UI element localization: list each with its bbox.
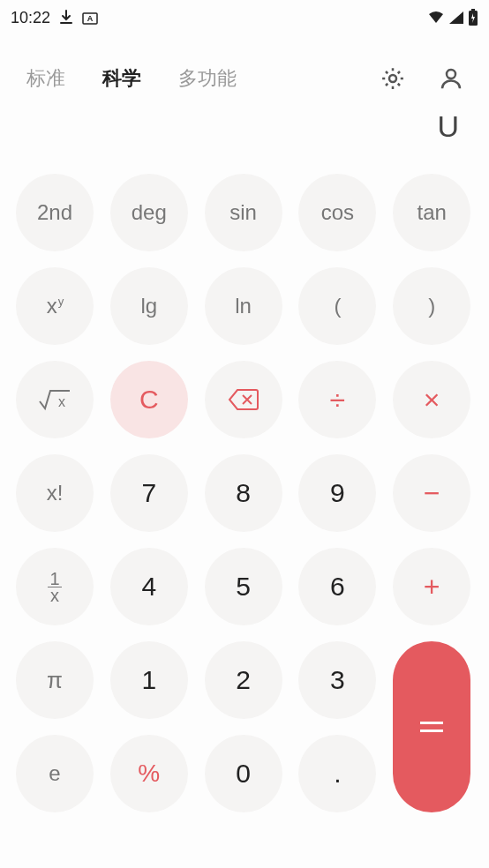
key-cos[interactable]: cos <box>298 174 376 251</box>
mode-tabs: 标准 科学 多功能 <box>26 65 380 92</box>
status-time: 10:22 <box>11 9 50 27</box>
calc-display: U <box>0 109 489 158</box>
svg-point-4 <box>389 75 396 82</box>
keyboard-icon: A <box>82 11 98 25</box>
key-2nd[interactable]: 2nd <box>16 174 94 251</box>
key-lg[interactable]: lg <box>110 267 188 345</box>
key-1[interactable]: 1 <box>110 641 188 719</box>
key-equals[interactable] <box>393 641 470 812</box>
tab-standard[interactable]: 标准 <box>26 65 65 92</box>
status-bar: 10:22 A <box>0 0 489 35</box>
wifi-icon <box>427 11 445 25</box>
svg-point-5 <box>447 70 455 79</box>
key-power[interactable]: xy <box>16 267 94 345</box>
header: 标准 科学 多功能 <box>0 35 489 109</box>
keypad: 2nd deg sin cos tan xy lg ln ( ) x C ÷ ×… <box>0 158 489 828</box>
key-ln[interactable]: ln <box>205 267 282 345</box>
key-paren-close[interactable]: ) <box>393 267 470 345</box>
download-icon <box>59 10 73 26</box>
user-icon[interactable] <box>438 65 464 92</box>
tab-scientific[interactable]: 科学 <box>102 65 141 92</box>
battery-icon <box>468 9 478 26</box>
backspace-icon <box>228 388 260 411</box>
tab-multi[interactable]: 多功能 <box>178 65 237 92</box>
key-2[interactable]: 2 <box>205 641 282 719</box>
key-9[interactable]: 9 <box>298 454 376 532</box>
key-4[interactable]: 4 <box>110 548 188 625</box>
equals-icon <box>420 722 443 732</box>
key-sin[interactable]: sin <box>205 174 282 251</box>
key-3[interactable]: 3 <box>298 641 376 719</box>
key-tan[interactable]: tan <box>393 174 470 251</box>
svg-text:x: x <box>58 394 65 409</box>
gear-icon[interactable] <box>380 65 406 92</box>
key-clear[interactable]: C <box>110 361 188 438</box>
key-backspace[interactable] <box>205 361 282 438</box>
svg-text:A: A <box>87 14 94 23</box>
key-8[interactable]: 8 <box>205 454 282 532</box>
key-divide[interactable]: ÷ <box>298 361 376 438</box>
key-factorial[interactable]: x! <box>16 454 94 532</box>
key-plus[interactable]: + <box>393 548 470 625</box>
key-multiply[interactable]: × <box>393 361 470 438</box>
key-paren-open[interactable]: ( <box>298 267 376 345</box>
key-deg[interactable]: deg <box>110 174 188 251</box>
key-minus[interactable]: − <box>393 454 470 532</box>
display-value: U <box>437 109 459 144</box>
key-0[interactable]: 0 <box>205 735 282 812</box>
svg-rect-3 <box>471 9 475 11</box>
key-5[interactable]: 5 <box>205 548 282 625</box>
cellular-icon <box>448 11 464 25</box>
key-sqrt[interactable]: x <box>16 361 94 438</box>
key-6[interactable]: 6 <box>298 548 376 625</box>
key-pi[interactable]: π <box>16 641 94 719</box>
key-decimal[interactable]: . <box>298 735 376 812</box>
key-reciprocal[interactable]: 1x <box>16 548 94 625</box>
key-7[interactable]: 7 <box>110 454 188 532</box>
key-percent[interactable]: % <box>110 735 188 812</box>
key-e[interactable]: e <box>16 735 94 812</box>
